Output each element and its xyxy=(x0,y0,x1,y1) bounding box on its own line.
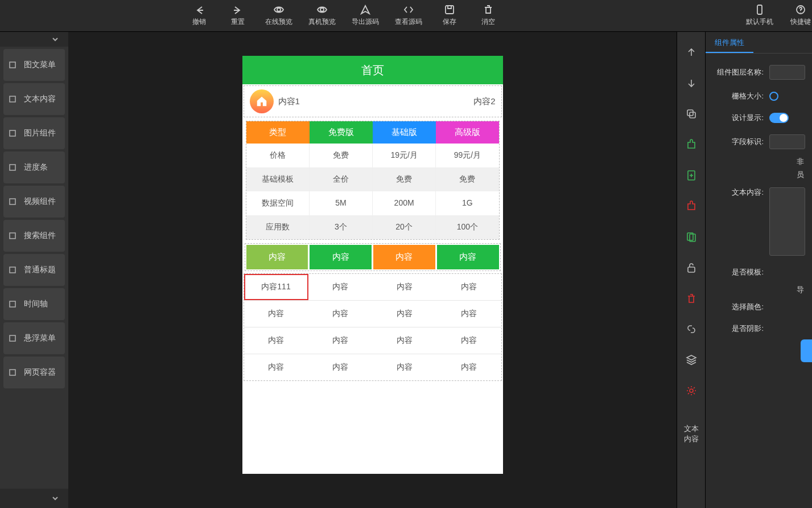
svg-rect-8 xyxy=(10,233,15,239)
table-cell[interactable]: 内容 xyxy=(308,301,373,327)
send-icon xyxy=(360,5,370,15)
layers-icon xyxy=(686,354,697,366)
table-cell[interactable]: 内容111 xyxy=(244,274,308,300)
plugin-button[interactable] xyxy=(682,136,700,154)
pricing-table[interactable]: 类型 免费版 基础版 高级版 价格免费19元/月99元/月基础模板全价免费免费数… xyxy=(246,121,500,240)
svg-rect-6 xyxy=(10,165,15,170)
content-table[interactable]: 内容 内容 内容 内容 内容111内容内容内容内容内容内容内容内容内容内容内容内… xyxy=(244,243,502,381)
text-content-input[interactable] xyxy=(769,187,805,256)
svg-rect-7 xyxy=(10,199,15,204)
table-cell[interactable]: 内容 xyxy=(373,301,437,327)
table-cell[interactable]: 内容 xyxy=(373,354,437,380)
table-cell: 20个 xyxy=(373,215,436,239)
table-cell[interactable]: 内容 xyxy=(437,274,501,300)
component-item[interactable]: 图文菜单 xyxy=(3,49,65,81)
property-tabs: 组件属性 xyxy=(706,32,812,54)
grid-size-radio[interactable] xyxy=(769,92,778,101)
component-item[interactable]: 普通标题 xyxy=(3,254,65,286)
component-item[interactable]: 图片组件 xyxy=(3,117,65,149)
component-item[interactable]: 文本内容 xyxy=(3,83,65,115)
table-cell[interactable]: 内容 xyxy=(308,274,373,300)
table-cell: 100个 xyxy=(436,215,498,239)
table-cell[interactable]: 内容 xyxy=(308,327,373,354)
component-label: 图片组件 xyxy=(24,128,56,138)
prop-has-shadow: 是否阴影: xyxy=(706,318,812,339)
save-button[interactable]: 保存 xyxy=(438,5,461,27)
component-item[interactable]: 搜索组件 xyxy=(3,220,65,252)
table-cell: 200M xyxy=(373,191,436,215)
content-right: 内容2 xyxy=(473,96,495,107)
layers-button[interactable] xyxy=(682,351,700,369)
component-label: 视频组件 xyxy=(24,196,56,207)
table-cell: 应用数 xyxy=(246,215,310,239)
undo-button[interactable]: 撤销 xyxy=(188,5,211,27)
table-cell[interactable]: 内容 xyxy=(244,301,308,327)
component-label: 时间轴 xyxy=(24,299,48,309)
link-button[interactable] xyxy=(682,320,700,338)
table-row: 内容内容内容内容 xyxy=(244,327,501,354)
eye-icon xyxy=(274,5,284,15)
copy-button[interactable] xyxy=(682,105,700,123)
move-down-button[interactable] xyxy=(682,74,700,92)
table-cell[interactable]: 内容 xyxy=(437,354,501,380)
prop-label: 组件图层名称: xyxy=(712,67,769,77)
prop-design-display: 设计显示: xyxy=(706,107,812,129)
table-row: 内容内容内容内容 xyxy=(244,301,501,327)
save-label: 保存 xyxy=(443,17,456,27)
preview-online-button[interactable]: 在线预览 xyxy=(265,5,292,27)
table-cell[interactable]: 内容 xyxy=(373,274,437,300)
table-cell[interactable]: 内容 xyxy=(373,327,437,354)
table-cell[interactable]: 内容 xyxy=(437,327,501,354)
shortcuts-button[interactable]: 快捷键 xyxy=(789,5,812,27)
export-source-button[interactable]: 导出源码 xyxy=(352,5,379,27)
component-icon xyxy=(8,231,17,240)
layer-name-input[interactable] xyxy=(769,65,805,80)
save-icon xyxy=(444,5,455,15)
content-row[interactable]: 内容1 内容2 xyxy=(244,85,502,117)
table-cell[interactable]: 内容 xyxy=(308,354,373,380)
table-cell: 数据空间 xyxy=(246,191,310,215)
rail-current-label: 文本 内容 xyxy=(684,424,699,444)
svg-rect-0 xyxy=(446,6,454,14)
move-up-button[interactable] xyxy=(682,43,700,62)
tab-component-props[interactable]: 组件属性 xyxy=(706,32,753,53)
component-label: 图文菜单 xyxy=(24,60,56,70)
field-flag-input[interactable] xyxy=(769,134,805,149)
component-item[interactable]: 悬浮菜单 xyxy=(3,322,65,354)
puzzle-icon xyxy=(686,139,697,150)
help-icon xyxy=(795,5,806,15)
plugin-remove-button[interactable] xyxy=(682,197,700,215)
delete-button[interactable] xyxy=(682,289,700,308)
component-item[interactable]: 网页容器 xyxy=(3,357,65,388)
puzzle-remove-icon xyxy=(686,200,697,212)
th2-1: 内容 xyxy=(246,245,308,269)
left-panel-collapse-bottom[interactable] xyxy=(0,489,68,508)
prop-label: 选择颜色: xyxy=(712,302,769,312)
table-row: 基础模板全价免费免费 xyxy=(246,167,499,191)
phone-icon xyxy=(755,5,765,15)
component-icon xyxy=(8,95,17,104)
prop-extra-2: 员 xyxy=(706,168,812,181)
pages-button[interactable] xyxy=(682,228,700,246)
shortcuts-label: 快捷键 xyxy=(790,17,811,27)
view-source-button[interactable]: 查看源码 xyxy=(395,5,422,27)
clear-button[interactable]: 消空 xyxy=(477,5,500,27)
left-panel-collapse-top[interactable] xyxy=(0,32,68,47)
component-item[interactable]: 时间轴 xyxy=(3,288,65,320)
design-display-toggle[interactable] xyxy=(769,113,789,123)
prop-text-content: 文本内容: xyxy=(706,182,812,261)
default-phone-button[interactable]: 默认手机 xyxy=(746,5,773,27)
add-page-button[interactable] xyxy=(682,166,700,185)
panel-expand-handle[interactable] xyxy=(801,339,812,362)
table-cell[interactable]: 内容 xyxy=(244,327,308,354)
component-label: 悬浮菜单 xyxy=(24,333,56,343)
component-item[interactable]: 视频组件 xyxy=(3,186,65,218)
table-cell[interactable]: 内容 xyxy=(244,354,308,380)
table-cell[interactable]: 内容 xyxy=(437,301,501,327)
component-item[interactable]: 进度条 xyxy=(3,151,65,183)
canvas[interactable]: 首页 内容1 内容2 类型 免费版 基础版 高级版 价格免费19元/月99元/月… xyxy=(68,32,677,508)
preview-device-button[interactable]: 真机预览 xyxy=(308,5,336,27)
redo-button[interactable]: 重置 xyxy=(226,5,249,27)
settings-button[interactable] xyxy=(682,382,700,400)
lock-button[interactable] xyxy=(682,259,700,277)
